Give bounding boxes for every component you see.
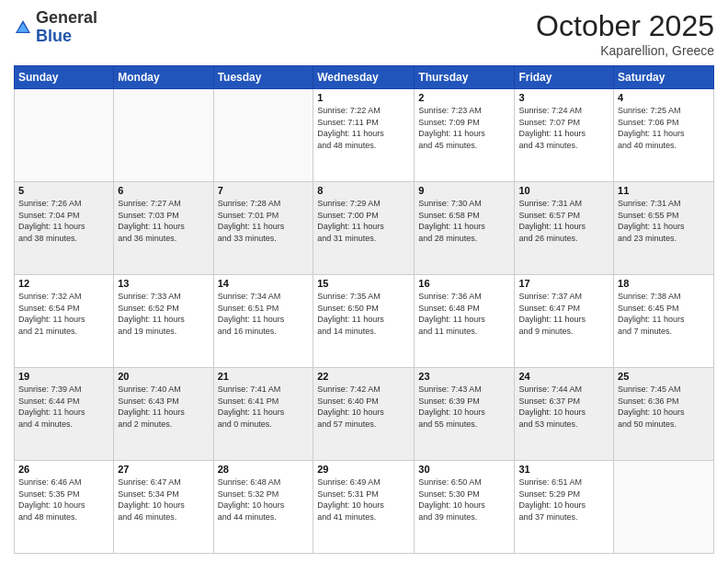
day-info: Sunrise: 7:39 AMSunset: 6:44 PMDaylight:… <box>18 384 109 430</box>
day-info: Sunrise: 7:24 AMSunset: 7:07 PMDaylight:… <box>518 105 609 151</box>
day-number: 27 <box>118 464 209 475</box>
calendar-cell: 17Sunrise: 7:37 AMSunset: 6:47 PMDayligh… <box>515 275 614 368</box>
day-number: 3 <box>518 92 609 103</box>
day-info: Sunrise: 7:29 AMSunset: 7:00 PMDaylight:… <box>317 198 410 244</box>
calendar-cell <box>114 89 213 182</box>
day-number: 8 <box>317 185 410 196</box>
day-number: 22 <box>317 371 410 382</box>
day-info: Sunrise: 7:26 AMSunset: 7:04 PMDaylight:… <box>18 198 109 244</box>
calendar-cell <box>213 89 313 182</box>
day-info: Sunrise: 7:37 AMSunset: 6:47 PMDaylight:… <box>518 291 609 337</box>
calendar-cell <box>614 461 714 554</box>
day-number: 28 <box>218 464 310 475</box>
day-info: Sunrise: 7:22 AMSunset: 7:11 PMDaylight:… <box>317 105 410 151</box>
page-container: General Blue October 2025 Kaparellion, G… <box>0 0 728 563</box>
day-number: 12 <box>18 278 109 289</box>
day-info: Sunrise: 7:28 AMSunset: 7:01 PMDaylight:… <box>218 198 310 244</box>
day-number: 6 <box>118 185 209 196</box>
calendar-cell: 16Sunrise: 7:36 AMSunset: 6:48 PMDayligh… <box>415 275 515 368</box>
calendar-cell: 19Sunrise: 7:39 AMSunset: 6:44 PMDayligh… <box>15 368 114 461</box>
day-info: Sunrise: 6:46 AMSunset: 5:35 PMDaylight:… <box>18 477 109 523</box>
day-number: 11 <box>618 185 710 196</box>
calendar-cell: 29Sunrise: 6:49 AMSunset: 5:31 PMDayligh… <box>313 461 415 554</box>
calendar-header-monday: Monday <box>114 66 213 89</box>
day-info: Sunrise: 7:40 AMSunset: 6:43 PMDaylight:… <box>118 384 209 430</box>
calendar-week-row: 12Sunrise: 7:32 AMSunset: 6:54 PMDayligh… <box>15 275 714 368</box>
day-info: Sunrise: 7:30 AMSunset: 6:58 PMDaylight:… <box>418 198 510 244</box>
calendar-cell: 3Sunrise: 7:24 AMSunset: 7:07 PMDaylight… <box>515 89 614 182</box>
month-title: October 2025 <box>536 9 714 43</box>
calendar-cell: 14Sunrise: 7:34 AMSunset: 6:51 PMDayligh… <box>213 275 313 368</box>
day-info: Sunrise: 7:32 AMSunset: 6:54 PMDaylight:… <box>18 291 109 337</box>
calendar-header-friday: Friday <box>515 66 614 89</box>
calendar-table: SundayMondayTuesdayWednesdayThursdayFrid… <box>14 65 714 554</box>
title-block: October 2025 Kaparellion, Greece <box>536 9 714 58</box>
calendar-cell: 30Sunrise: 6:50 AMSunset: 5:30 PMDayligh… <box>415 461 515 554</box>
day-number: 29 <box>317 464 410 475</box>
day-number: 9 <box>418 185 510 196</box>
day-number: 14 <box>218 278 310 289</box>
day-number: 7 <box>218 185 310 196</box>
day-info: Sunrise: 7:36 AMSunset: 6:48 PMDaylight:… <box>418 291 510 337</box>
calendar-header-row: SundayMondayTuesdayWednesdayThursdayFrid… <box>15 66 714 89</box>
location: Kaparellion, Greece <box>536 43 714 58</box>
logo-blue-text: Blue <box>36 27 72 45</box>
calendar-cell: 8Sunrise: 7:29 AMSunset: 7:00 PMDaylight… <box>313 182 415 275</box>
calendar-cell: 28Sunrise: 6:48 AMSunset: 5:32 PMDayligh… <box>213 461 313 554</box>
calendar-cell: 13Sunrise: 7:33 AMSunset: 6:52 PMDayligh… <box>114 275 213 368</box>
day-info: Sunrise: 7:33 AMSunset: 6:52 PMDaylight:… <box>118 291 209 337</box>
day-info: Sunrise: 7:42 AMSunset: 6:40 PMDaylight:… <box>317 384 410 430</box>
day-info: Sunrise: 7:25 AMSunset: 7:06 PMDaylight:… <box>618 105 710 151</box>
day-number: 21 <box>218 371 310 382</box>
day-info: Sunrise: 6:49 AMSunset: 5:31 PMDaylight:… <box>317 477 410 523</box>
day-info: Sunrise: 6:48 AMSunset: 5:32 PMDaylight:… <box>218 477 310 523</box>
calendar-cell: 2Sunrise: 7:23 AMSunset: 7:09 PMDaylight… <box>415 89 515 182</box>
calendar-cell: 25Sunrise: 7:45 AMSunset: 6:36 PMDayligh… <box>614 368 714 461</box>
calendar-header-saturday: Saturday <box>614 66 714 89</box>
day-info: Sunrise: 7:41 AMSunset: 6:41 PMDaylight:… <box>218 384 310 430</box>
day-number: 5 <box>18 185 109 196</box>
calendar-week-row: 19Sunrise: 7:39 AMSunset: 6:44 PMDayligh… <box>15 368 714 461</box>
calendar-header-sunday: Sunday <box>15 66 114 89</box>
calendar-cell <box>15 89 114 182</box>
day-info: Sunrise: 6:50 AMSunset: 5:30 PMDaylight:… <box>418 477 510 523</box>
calendar-header-tuesday: Tuesday <box>213 66 313 89</box>
day-number: 17 <box>518 278 609 289</box>
logo: General Blue <box>14 9 97 46</box>
calendar-cell: 7Sunrise: 7:28 AMSunset: 7:01 PMDaylight… <box>213 182 313 275</box>
calendar-cell: 20Sunrise: 7:40 AMSunset: 6:43 PMDayligh… <box>114 368 213 461</box>
calendar-cell: 1Sunrise: 7:22 AMSunset: 7:11 PMDaylight… <box>313 89 415 182</box>
day-info: Sunrise: 7:35 AMSunset: 6:50 PMDaylight:… <box>317 291 410 337</box>
calendar-cell: 18Sunrise: 7:38 AMSunset: 6:45 PMDayligh… <box>614 275 714 368</box>
day-info: Sunrise: 7:34 AMSunset: 6:51 PMDaylight:… <box>218 291 310 337</box>
day-number: 26 <box>18 464 109 475</box>
day-number: 19 <box>18 371 109 382</box>
calendar-cell: 12Sunrise: 7:32 AMSunset: 6:54 PMDayligh… <box>15 275 114 368</box>
day-info: Sunrise: 7:44 AMSunset: 6:37 PMDaylight:… <box>518 384 609 430</box>
day-info: Sunrise: 6:51 AMSunset: 5:29 PMDaylight:… <box>518 477 609 523</box>
header: General Blue October 2025 Kaparellion, G… <box>14 9 714 58</box>
day-info: Sunrise: 7:38 AMSunset: 6:45 PMDaylight:… <box>618 291 710 337</box>
day-number: 18 <box>618 278 710 289</box>
day-number: 25 <box>618 371 710 382</box>
day-number: 4 <box>618 92 710 103</box>
day-number: 10 <box>518 185 609 196</box>
day-number: 13 <box>118 278 209 289</box>
day-info: Sunrise: 7:43 AMSunset: 6:39 PMDaylight:… <box>418 384 510 430</box>
calendar-cell: 9Sunrise: 7:30 AMSunset: 6:58 PMDaylight… <box>415 182 515 275</box>
day-number: 31 <box>518 464 609 475</box>
day-info: Sunrise: 7:27 AMSunset: 7:03 PMDaylight:… <box>118 198 209 244</box>
calendar-cell: 21Sunrise: 7:41 AMSunset: 6:41 PMDayligh… <box>213 368 313 461</box>
calendar-cell: 6Sunrise: 7:27 AMSunset: 7:03 PMDaylight… <box>114 182 213 275</box>
calendar-cell: 27Sunrise: 6:47 AMSunset: 5:34 PMDayligh… <box>114 461 213 554</box>
calendar-week-row: 1Sunrise: 7:22 AMSunset: 7:11 PMDaylight… <box>15 89 714 182</box>
day-info: Sunrise: 6:47 AMSunset: 5:34 PMDaylight:… <box>118 477 209 523</box>
day-number: 15 <box>317 278 410 289</box>
calendar-cell: 5Sunrise: 7:26 AMSunset: 7:04 PMDaylight… <box>15 182 114 275</box>
calendar-cell: 26Sunrise: 6:46 AMSunset: 5:35 PMDayligh… <box>15 461 114 554</box>
logo-text: General Blue <box>36 9 97 46</box>
day-number: 20 <box>118 371 209 382</box>
calendar-cell: 11Sunrise: 7:31 AMSunset: 6:55 PMDayligh… <box>614 182 714 275</box>
day-number: 1 <box>317 92 410 103</box>
day-info: Sunrise: 7:31 AMSunset: 6:57 PMDaylight:… <box>518 198 609 244</box>
